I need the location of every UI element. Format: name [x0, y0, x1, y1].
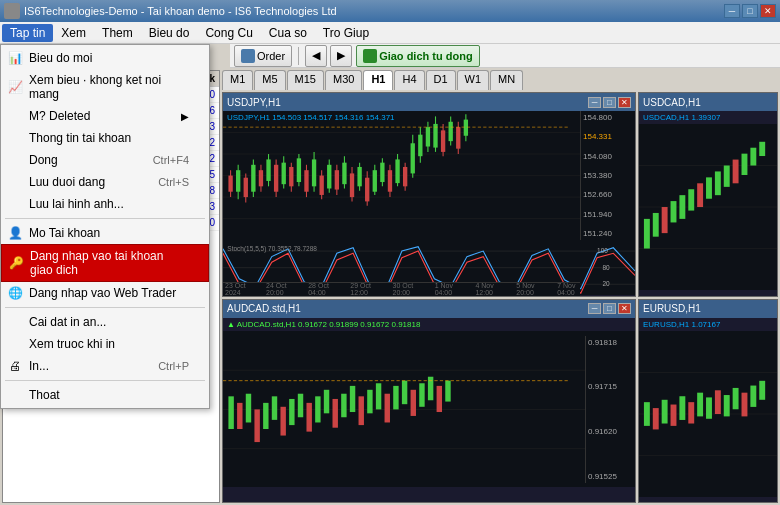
tab-d1[interactable]: D1: [426, 70, 456, 90]
menu-thoat[interactable]: Thoat: [1, 384, 209, 406]
tab-m30[interactable]: M30: [325, 70, 362, 90]
usdjpy-price-scale: 154.800 154.331 154.080 153.380 152.660 …: [580, 111, 635, 240]
audcad-price-scale: 0.91818 0.91715 0.91620 0.91525: [585, 336, 635, 484]
usdcad-info: USDCAD,H1 1.39307: [639, 111, 777, 124]
back-button[interactable]: ◀: [305, 45, 327, 67]
tab-m15[interactable]: M15: [287, 70, 324, 90]
svg-rect-115: [350, 385, 355, 411]
svg-text:20: 20: [602, 281, 610, 288]
menu-them[interactable]: Them: [94, 24, 141, 42]
order-icon: [241, 49, 255, 63]
tab-w1[interactable]: W1: [457, 70, 490, 90]
menu-mo-tai-khoan[interactable]: 👤 Mo Tai khoan: [1, 222, 209, 244]
eurusd-titlebar: EURUSD,H1: [639, 300, 777, 318]
window-title: IS6Technologies-Demo - Tai khoan demo - …: [24, 5, 724, 17]
dong-shortcut: Ctrl+F4: [153, 154, 189, 166]
svg-rect-90: [706, 177, 712, 198]
charts-grid: USDJPY,H1 ─ □ ✕ USDJPY,H1 154.503 154.51…: [222, 92, 778, 503]
in-icon: 🖨: [7, 358, 23, 374]
menu-xem[interactable]: Xem: [53, 24, 94, 42]
svg-rect-87: [679, 195, 685, 219]
svg-rect-140: [715, 390, 721, 414]
audcad-content: ▲ AUDCAD.std,H1 0.91672 0.91899 0.91672 …: [223, 318, 635, 503]
menu-xem-truoc[interactable]: Xem truoc khi in: [1, 333, 209, 355]
usdjpy-time-scale: 23 Oct 2024 24 Oct 20:00 28 Oct 04:00 29…: [223, 282, 580, 296]
nav-buttons: ◀ ▶: [305, 45, 352, 67]
usdjpy-chart-content: USDJPY,H1 154.503 154.517 154.316 154.37…: [223, 111, 635, 296]
svg-rect-88: [688, 189, 694, 210]
audcad-minimize[interactable]: ─: [588, 303, 601, 314]
svg-rect-96: [759, 142, 765, 156]
usdjpy-close[interactable]: ✕: [618, 97, 631, 108]
separator-3: [5, 380, 205, 381]
xem-bieu-icon: 📈: [7, 79, 23, 95]
usdjpy-minimize[interactable]: ─: [588, 97, 601, 108]
menu-bar: Tap tin Xem Them Bieu do Cong Cu Cua so …: [0, 22, 780, 44]
title-bar-buttons: ─ □ ✕: [724, 4, 776, 18]
svg-rect-103: [246, 393, 251, 422]
menu-dong[interactable]: Dong Ctrl+F4: [1, 149, 209, 171]
eurusd-svg: [639, 331, 777, 497]
tab-h4[interactable]: H4: [394, 70, 424, 90]
svg-rect-138: [697, 392, 703, 416]
new-order-button[interactable]: Order: [234, 45, 292, 67]
svg-rect-125: [437, 385, 442, 411]
svg-rect-136: [679, 396, 685, 420]
usdjpy-maximize[interactable]: □: [603, 97, 616, 108]
menu-thong-tin[interactable]: Thong tin tai khoan: [1, 127, 209, 149]
menu-cong-cu[interactable]: Cong Cu: [197, 24, 260, 42]
menu-dang-nhap[interactable]: 🔑 Dang nhap vao tai khoan giao dich: [1, 244, 209, 282]
dang-nhap-web-icon: 🌐: [7, 285, 23, 301]
maximize-button[interactable]: □: [742, 4, 758, 18]
chart-area: M1 M5 M15 M30 H1 H4 D1 W1 MN USDJPY,H1 ─…: [222, 70, 778, 503]
menu-cai-dat[interactable]: Cai dat in an...: [1, 311, 209, 333]
auto-trade-icon: [363, 49, 377, 63]
menu-luu-lai[interactable]: Luu lai hinh anh...: [1, 193, 209, 215]
tab-mn[interactable]: MN: [490, 70, 523, 90]
menu-in[interactable]: 🖨 In... Ctrl+P: [1, 355, 209, 377]
tab-h1[interactable]: H1: [363, 70, 393, 90]
forward-button[interactable]: ▶: [330, 45, 352, 67]
svg-rect-101: [228, 396, 233, 429]
m-deleted-arrow: ▶: [181, 111, 189, 122]
menu-tro-giup[interactable]: Tro Giup: [315, 24, 377, 42]
tab-bar: M1 M5 M15 M30 H1 H4 D1 W1 MN: [222, 70, 778, 90]
svg-rect-112: [324, 389, 329, 413]
audcad-titlebar-btns: ─ □ ✕: [588, 303, 631, 314]
svg-rect-85: [662, 207, 668, 233]
svg-rect-111: [315, 396, 320, 422]
svg-rect-86: [671, 201, 677, 222]
separator-2: [5, 307, 205, 308]
audcad-close[interactable]: ✕: [618, 303, 631, 314]
audcad-maximize[interactable]: □: [603, 303, 616, 314]
menu-luu-duoi-dang[interactable]: Luu duoi dang Ctrl+S: [1, 171, 209, 193]
auto-trade-button[interactable]: Giao dich tu dong: [356, 45, 480, 67]
close-button[interactable]: ✕: [760, 4, 776, 18]
usdjpy-title: USDJPY,H1: [227, 97, 281, 108]
menu-m-deleted[interactable]: M? Deleted ▶: [1, 105, 209, 127]
svg-rect-124: [428, 376, 433, 400]
audcad-title: AUDCAD.std,H1: [227, 303, 301, 314]
dropdown-menu: 📊 Bieu do moi 📈 Xem bieu · khong ket noi…: [0, 44, 210, 409]
menu-cua-so[interactable]: Cua so: [261, 24, 315, 42]
usdcad-content: USDCAD,H1 1.39307: [639, 111, 777, 296]
menu-dang-nhap-web[interactable]: 🌐 Dang nhap vao Web Trader: [1, 282, 209, 304]
tab-m5[interactable]: M5: [254, 70, 285, 90]
menu-xem-bieu[interactable]: 📈 Xem bieu · khong ket noi mang: [1, 69, 209, 105]
audcad-chart-window: AUDCAD.std,H1 ─ □ ✕ ▲ AUDCAD.std,H1 0.91…: [222, 299, 636, 504]
svg-rect-108: [289, 398, 294, 424]
svg-rect-116: [359, 396, 364, 425]
minimize-button[interactable]: ─: [724, 4, 740, 18]
mo-tai-khoan-icon: 👤: [7, 225, 23, 241]
toolbar-separator: [298, 47, 299, 65]
usdjpy-titlebar-btns: ─ □ ✕: [588, 97, 631, 108]
usdcad-chart-window: USDCAD,H1 USDCAD,H1 1.39307: [638, 92, 778, 297]
usdjpy-main-svg: [223, 111, 635, 240]
svg-rect-126: [445, 380, 450, 401]
tab-m1[interactable]: M1: [222, 70, 253, 90]
svg-rect-134: [662, 399, 668, 423]
menu-bieu-do[interactable]: Bieu do: [141, 24, 198, 42]
menu-bieu-do-moi[interactable]: 📊 Bieu do moi: [1, 47, 209, 69]
menu-tap-tin[interactable]: Tap tin: [2, 24, 53, 42]
eurusd-content: EURUSD,H1 1.07167: [639, 318, 777, 503]
